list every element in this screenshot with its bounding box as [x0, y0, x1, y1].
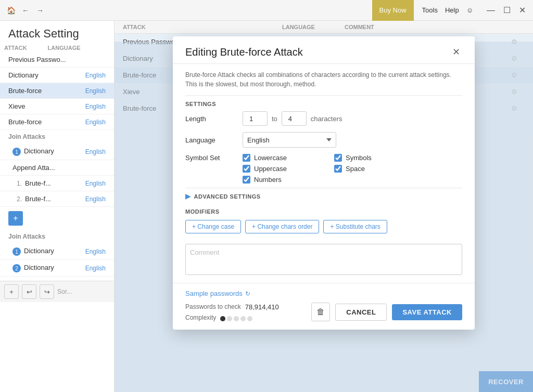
numbers-label: Numbers: [254, 176, 282, 184]
left-panel: Attack Setting ATTACK LANGUAGE Previous …: [0, 21, 115, 392]
length-from-input[interactable]: [243, 111, 268, 126]
item-lang: English: [85, 72, 106, 79]
list-item[interactable]: 1 Dictionary English: [0, 243, 114, 260]
settings-grid: Length to characters Language English: [185, 111, 462, 188]
comment-textarea[interactable]: [185, 244, 462, 275]
space-checkbox[interactable]: [334, 165, 342, 173]
forward-icon[interactable]: →: [34, 5, 46, 16]
close-button[interactable]: ✕: [517, 5, 528, 15]
symbol-set-row: Symbol Set Lowercase Symbols: [185, 154, 462, 184]
join-attacks-label-2: Join Attacks: [0, 230, 114, 243]
minimize-button[interactable]: —: [485, 6, 497, 15]
list-item[interactable]: Xieve English: [0, 99, 114, 114]
uppercase-checkbox[interactable]: [243, 165, 250, 173]
dialog-title: Editing Brute-force Attack: [185, 46, 303, 58]
length-to-input[interactable]: [282, 111, 307, 126]
uppercase-checkbox-item[interactable]: Uppercase: [243, 165, 326, 173]
page-title: Attack Setting: [0, 21, 114, 43]
item-name: Xieve: [8, 102, 26, 110]
list-item[interactable]: 1 Dictionary English: [0, 143, 114, 160]
numbers-checkbox-item[interactable]: Numbers: [243, 176, 326, 184]
complexity-dot-2: [227, 316, 232, 321]
dialog-close-button[interactable]: ✕: [450, 46, 462, 58]
list-item[interactable]: Previous Passwo...: [0, 52, 114, 68]
item-name: Dictionary: [24, 264, 54, 272]
passwords-to-check-label: Passwords to check: [185, 303, 241, 310]
topbar: 🏠 ← → Buy Now Tools Help ☺ — ☐ ✕: [0, 0, 533, 21]
add-item-button[interactable]: +: [8, 211, 23, 226]
change-case-button[interactable]: + Change case: [185, 220, 241, 233]
list-item-brute-force-active[interactable]: Brute-force English: [0, 83, 114, 99]
modifiers-heading: MODIFIERS: [185, 208, 462, 220]
substitute-chars-button[interactable]: + Substitute chars: [323, 220, 387, 233]
emoji-icon[interactable]: ☺: [466, 6, 473, 14]
item-lang: English: [85, 103, 106, 110]
complexity-dot-5: [247, 316, 252, 321]
symbol-set-label: Symbol Set: [185, 154, 237, 162]
sample-passwords-link[interactable]: Sample passwords ↻: [185, 290, 250, 297]
advanced-arrow-icon: ▶: [185, 192, 191, 200]
advanced-settings-toggle[interactable]: ▶ ADVANCED SETTINGS: [185, 188, 462, 204]
symbols-checkbox[interactable]: [334, 154, 342, 162]
num-badge: 1: [12, 148, 21, 156]
space-checkbox-item[interactable]: Space: [334, 165, 417, 173]
sort-label: Sor...: [57, 288, 72, 295]
redo-button[interactable]: ↪: [40, 284, 54, 299]
item-name: Brute-f...: [25, 179, 51, 187]
list-item[interactable]: 2 Dictionary English: [0, 260, 114, 277]
col-gear-header: [504, 24, 525, 30]
tools-menu[interactable]: Tools: [422, 6, 438, 14]
symbols-checkbox-item[interactable]: Symbols: [334, 154, 417, 162]
undo-button[interactable]: ↩: [22, 284, 36, 299]
buy-now-button[interactable]: Buy Now: [372, 0, 414, 21]
save-attack-button[interactable]: SAVE ATTACK: [392, 304, 462, 320]
item-lang: English: [85, 148, 106, 155]
maximize-button[interactable]: ☐: [501, 5, 513, 15]
item-name: Previous Passwo...: [8, 56, 66, 63]
join-attacks-label: Join Attacks: [0, 130, 114, 143]
help-menu[interactable]: Help: [445, 6, 459, 14]
lowercase-checkbox[interactable]: [243, 154, 250, 162]
language-row: Language English Russian German French S…: [185, 132, 462, 148]
dialog-description: Brute-force Attack checks all combinatio…: [173, 64, 475, 95]
passwords-to-check-value: 78,914,410: [245, 303, 279, 311]
delete-button[interactable]: 🗑: [311, 303, 330, 321]
list-item[interactable]: 1. Brute-f... English: [0, 176, 114, 191]
symbol-set-checkboxes: Lowercase Symbols Uppercase: [243, 154, 417, 184]
list-item[interactable]: Brute-force English: [0, 114, 114, 130]
item-name: Brute-force: [8, 87, 42, 95]
col-attack-header: ATTACK: [123, 24, 282, 30]
numbers-checkbox[interactable]: [243, 176, 250, 184]
list-item[interactable]: 2. Brute-f... English: [0, 191, 114, 207]
complexity-dot-1: [220, 316, 225, 321]
dialog-footer: Sample passwords ↻ Passwords to check 78…: [173, 283, 475, 330]
list-item[interactable]: Append Atta...: [0, 160, 114, 176]
right-col-headers: ATTACK LANGUAGE COMMENT: [115, 21, 533, 34]
dialog-body: SETTINGS Length to characters: [173, 95, 475, 283]
num-badge: 2: [12, 264, 21, 272]
item-name: Brute-f...: [25, 195, 51, 203]
dialog-header: Editing Brute-force Attack ✕: [173, 36, 475, 64]
language-select[interactable]: English Russian German French Spanish: [243, 132, 336, 148]
item-lang: English: [85, 119, 106, 126]
cancel-button[interactable]: CANCEL: [335, 304, 387, 321]
item-lang: English: [85, 180, 106, 187]
main-area: Attack Setting ATTACK LANGUAGE Previous …: [0, 21, 533, 392]
refresh-icon: ↻: [245, 290, 250, 297]
advanced-settings-label: ADVANCED SETTINGS: [194, 193, 261, 200]
length-inputs: to characters: [243, 111, 342, 126]
settings-heading: SETTINGS: [185, 95, 462, 111]
add-attack-button[interactable]: +: [4, 284, 19, 299]
lowercase-checkbox-item[interactable]: Lowercase: [243, 154, 326, 162]
brute-force-dialog: Editing Brute-force Attack ✕ Brute-force…: [173, 36, 475, 330]
list-item[interactable]: Dictionary English: [0, 68, 114, 83]
length-row: Length to characters: [185, 111, 462, 126]
item-name: Dictionary: [24, 147, 54, 156]
home-icon[interactable]: 🏠: [5, 5, 17, 16]
col-comment-header: COMMENT: [345, 24, 504, 30]
sample-passwords-label: Sample passwords: [185, 290, 243, 297]
change-chars-order-button[interactable]: + Change chars order: [245, 220, 319, 233]
item-name: Brute-force: [8, 118, 42, 126]
item-name: Dictionary: [24, 247, 54, 256]
back-icon[interactable]: ←: [20, 5, 31, 16]
